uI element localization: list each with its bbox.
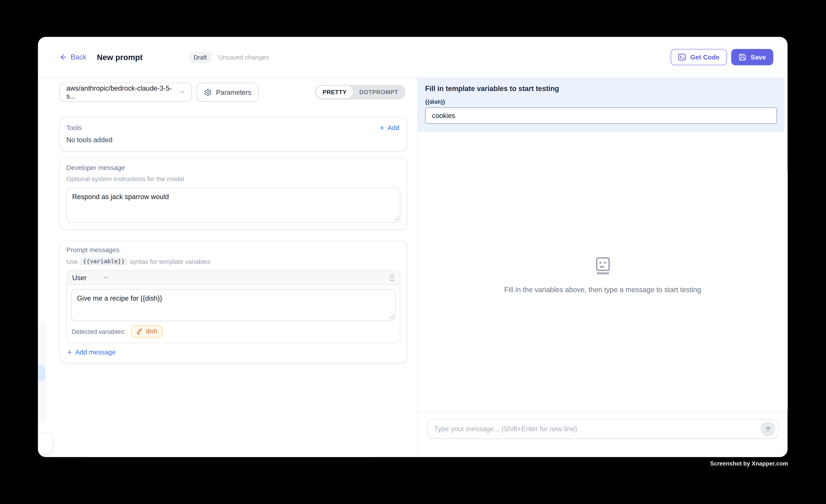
chat-empty-state: Fill in the variables above, then type a… <box>418 131 787 412</box>
tools-empty-text: No tools added <box>66 136 399 144</box>
developer-message-card: Developer message Optional system instru… <box>60 158 407 230</box>
watermark-text: Screenshot by Xnapper.com <box>611 460 788 467</box>
variables-block: Fill in template variables to start test… <box>418 78 784 131</box>
add-message-button[interactable]: Add message <box>66 349 116 356</box>
developer-message-input[interactable]: Respond as jack sparrow would <box>66 187 400 223</box>
tools-card: Tools Add No tools added <box>60 117 407 151</box>
variable-chip-label: dish <box>146 327 158 335</box>
variable-chip-dish[interactable]: dish <box>131 325 163 337</box>
developer-message-subtitle: Optional system instructions for the mod… <box>66 175 400 183</box>
chevron-down-icon[interactable] <box>103 274 109 281</box>
get-code-button[interactable]: Get Code <box>671 49 727 65</box>
add-message-label: Add message <box>75 349 115 356</box>
syntax-hint-suffix: syntax for template variables <box>130 258 211 265</box>
send-button[interactable] <box>761 422 775 436</box>
app-window: Back New prompt Draft Unsaved changes Ge… <box>38 37 787 457</box>
status-badge: Draft <box>189 52 212 62</box>
drag-handle-icon[interactable] <box>389 273 395 281</box>
detected-variables-label: Detected variables: <box>72 328 126 335</box>
chevron-down-icon <box>179 88 186 96</box>
syntax-hint-code: {{variable}} <box>80 257 127 265</box>
pencil-icon <box>136 328 143 334</box>
developer-message-title: Developer message <box>66 165 400 172</box>
back-arrow-icon <box>60 53 67 61</box>
plus-icon <box>379 125 385 131</box>
sidebar-popover-edge <box>38 433 53 454</box>
variables-title: Fill in template variables to start test… <box>425 85 777 93</box>
variable-name-label: {{dish}} <box>425 99 777 105</box>
role-selector[interactable]: User <box>72 273 86 281</box>
chat-message-input[interactable] <box>427 419 778 439</box>
model-selector[interactable]: aws/anthropic/bedrock-claude-3-5-s... <box>60 83 192 102</box>
page-title: New prompt <box>97 53 142 62</box>
view-toggle: PRETTY DOTPROMPT <box>315 85 406 100</box>
toggle-dotprompt[interactable]: DOTPROMPT <box>353 86 405 98</box>
message-body: Give me a recipe for {{dish}} Detected v… <box>67 285 400 343</box>
prompt-messages-title: Prompt messages <box>66 246 400 254</box>
prompt-messages-card: Prompt messages Use {{variable}} syntax … <box>60 241 407 363</box>
plus-icon <box>66 349 73 356</box>
empty-state-text: Fill in the variables above, then type a… <box>504 286 701 294</box>
terminal-icon <box>678 53 686 61</box>
toggle-pretty[interactable]: PRETTY <box>316 86 353 98</box>
sidebar-active-item[interactable] <box>38 365 45 381</box>
save-label: Save <box>751 54 766 61</box>
get-code-label: Get Code <box>690 54 719 61</box>
back-button[interactable]: Back <box>60 53 86 61</box>
content: aws/anthropic/bedrock-claude-3-5-s... Pa… <box>38 78 787 457</box>
message-input[interactable]: Give me a recipe for {{dish}} <box>71 289 396 321</box>
parameters-label: Parameters <box>216 88 251 96</box>
back-label: Back <box>71 53 86 61</box>
header: Back New prompt Draft Unsaved changes Ge… <box>38 37 787 78</box>
composer-bar <box>418 412 787 457</box>
add-tool-button[interactable]: Add <box>379 124 399 132</box>
save-icon <box>739 53 747 61</box>
syntax-hint-prefix: Use <box>66 258 78 265</box>
arrow-up-icon <box>764 425 772 433</box>
robot-face-icon <box>595 257 611 274</box>
syntax-hint: Use {{variable}} syntax for template var… <box>66 257 400 265</box>
message-block: User Give me a recipe for {{dish}} <box>66 270 400 343</box>
gear-icon <box>204 88 212 96</box>
stage: Back New prompt Draft Unsaved changes Ge… <box>0 0 826 504</box>
detected-variables-row: Detected variables: dish <box>71 325 396 337</box>
model-selector-value: aws/anthropic/bedrock-claude-3-5-s... <box>66 84 179 100</box>
parameters-button[interactable]: Parameters <box>196 83 259 102</box>
editor-panel: aws/anthropic/bedrock-claude-3-5-s... Pa… <box>38 78 417 457</box>
variable-value-input[interactable] <box>425 107 777 124</box>
add-tool-label: Add <box>388 124 399 132</box>
message-header: User <box>67 270 400 285</box>
save-button[interactable]: Save <box>731 49 773 65</box>
test-panel: Fill in template variables to start test… <box>418 78 787 457</box>
unsaved-changes-text: Unsaved changes <box>218 54 269 61</box>
model-bar: aws/anthropic/bedrock-claude-3-5-s... Pa… <box>60 83 406 102</box>
tools-title: Tools <box>66 124 82 132</box>
